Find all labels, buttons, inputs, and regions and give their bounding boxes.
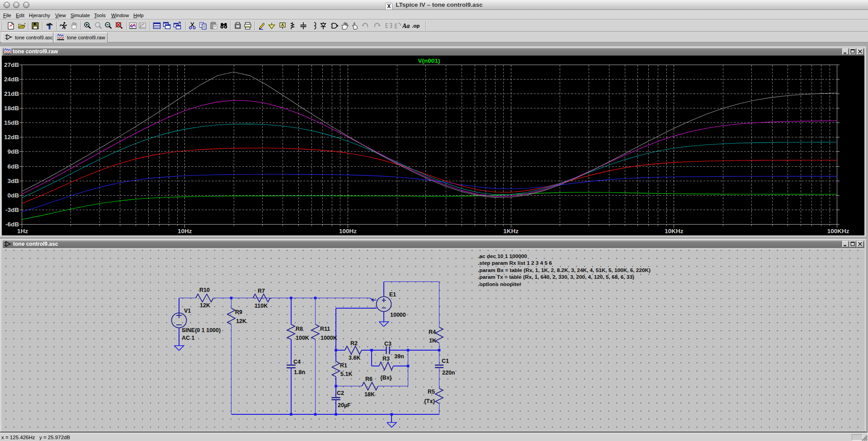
svg-text:A: A: [281, 23, 284, 27]
svg-text:10Hz: 10Hz: [178, 228, 192, 235]
svg-text:AC 1: AC 1: [182, 335, 195, 341]
svg-text:R6: R6: [365, 376, 373, 382]
svg-text:.step param Rx list 1 2 3 4 5: .step param Rx list 1 2 3 4 5 6: [478, 260, 552, 266]
svg-text:220n: 220n: [442, 370, 455, 376]
svg-text:{Bx}: {Bx}: [380, 375, 392, 381]
svg-text:18dB: 18dB: [4, 105, 19, 112]
svg-text:R9: R9: [235, 309, 242, 315]
svg-text:12dB: 12dB: [4, 134, 19, 141]
svg-text:39n: 39n: [394, 353, 404, 360]
svg-text:12K: 12K: [200, 302, 210, 309]
svg-text:SINE(0 1 1000): SINE(0 1 1000): [182, 327, 221, 333]
svg-text:V(n001): V(n001): [418, 57, 440, 64]
svg-text:{Tx}: {Tx}: [424, 398, 435, 404]
svg-text:18K: 18K: [364, 391, 375, 398]
svg-text:12K: 12K: [236, 318, 246, 324]
svg-text:21dB: 21dB: [4, 90, 19, 97]
svg-text:5.1K: 5.1K: [340, 371, 352, 377]
svg-text:.param Bx = table (Rx, 1, 1K,: .param Bx = table (Rx, 1, 1K, 2, 8.2K, 3…: [478, 267, 651, 273]
svg-text:6dB: 6dB: [7, 163, 19, 170]
svg-text:1Hz: 1Hz: [17, 228, 28, 235]
svg-text:3dB: 3dB: [7, 178, 19, 184]
svg-text:R5: R5: [428, 389, 435, 395]
svg-text:R11: R11: [320, 326, 330, 332]
svg-text:.op: .op: [412, 23, 420, 28]
svg-text:C3: C3: [384, 341, 392, 347]
svg-text:100K: 100K: [296, 335, 309, 341]
svg-text:C4: C4: [293, 359, 301, 365]
svg-text:.options noopiter: .options noopiter: [478, 281, 522, 287]
svg-text:-6dB: -6dB: [5, 221, 19, 228]
svg-text:V1: V1: [184, 308, 191, 314]
svg-text:1K: 1K: [429, 338, 436, 344]
svg-text:R1: R1: [340, 362, 347, 369]
svg-text:E1: E1: [389, 291, 396, 298]
svg-text:10000: 10000: [390, 312, 406, 318]
svg-text:C1: C1: [442, 358, 449, 364]
svg-text:Aa: Aa: [402, 23, 410, 29]
svg-text:.param Tx = table (Rx, 1, 640,: .param Tx = table (Rx, 1, 640, 2, 330, 3…: [478, 274, 634, 280]
svg-text:1000K: 1000K: [321, 335, 337, 341]
svg-text:R4: R4: [429, 329, 436, 335]
svg-text:110K: 110K: [255, 303, 268, 309]
svg-text:-3dB: -3dB: [5, 206, 19, 213]
svg-text:100Hz: 100Hz: [339, 228, 357, 235]
svg-text:20µF: 20µF: [338, 402, 351, 408]
svg-text:9dB: 9dB: [7, 148, 19, 155]
svg-text:R7: R7: [258, 288, 265, 294]
svg-text:R2: R2: [350, 340, 358, 347]
svg-text:R8: R8: [296, 326, 303, 332]
svg-text:0dB: 0dB: [7, 192, 19, 199]
svg-text:.ac dec 10 1 100000: .ac dec 10 1 100000: [478, 253, 527, 259]
svg-text:27dB: 27dB: [4, 61, 19, 68]
svg-text:C2: C2: [337, 390, 344, 396]
svg-text:1.8n: 1.8n: [294, 369, 305, 375]
svg-text:3.6K: 3.6K: [349, 355, 360, 361]
svg-text:24dB: 24dB: [4, 76, 19, 83]
svg-text:R3: R3: [382, 356, 390, 362]
svg-text:R10: R10: [199, 287, 210, 293]
svg-text:15dB: 15dB: [4, 119, 19, 126]
svg-text:100KHz: 100KHz: [827, 228, 849, 235]
svg-text:1KHz: 1KHz: [503, 228, 519, 235]
svg-text:10KHz: 10KHz: [665, 228, 684, 235]
